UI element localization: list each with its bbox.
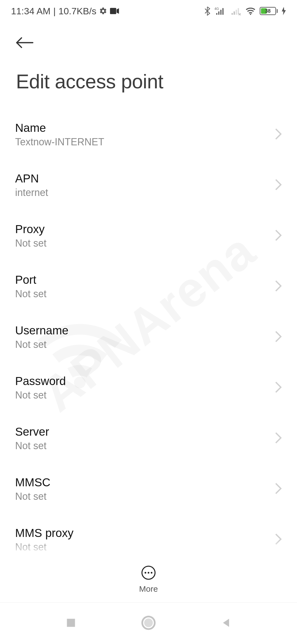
status-bar: 11:34 AM | 10.7KB/s 4G ✕ 38	[0, 0, 297, 22]
square-icon	[65, 617, 77, 629]
row-value: Not set	[15, 491, 269, 502]
page-title: Edit access point	[15, 70, 282, 93]
arrow-left-icon	[15, 36, 34, 49]
chevron-right-icon	[275, 179, 282, 192]
chevron-right-icon	[275, 331, 282, 344]
row-value: internet	[15, 187, 269, 198]
status-net-speed: 10.7KB/s	[59, 6, 97, 17]
svg-rect-7	[232, 13, 233, 15]
gear-icon	[99, 7, 107, 15]
chevron-right-icon	[275, 482, 282, 496]
apn-settings-list: Name Textnow-INTERNET APN internet Proxy…	[0, 109, 297, 565]
svg-point-15	[145, 572, 146, 573]
wifi-icon	[245, 7, 256, 15]
signal-sim2-icon: ✕	[230, 6, 241, 16]
chevron-right-icon	[275, 280, 282, 293]
row-label: Server	[15, 425, 269, 438]
chevron-right-icon	[275, 229, 282, 242]
svg-text:✕: ✕	[238, 12, 241, 16]
chevron-right-icon	[275, 381, 282, 394]
status-right: 4G ✕ 38	[204, 6, 286, 16]
nav-home-button[interactable]	[141, 615, 156, 632]
more-icon	[141, 565, 156, 582]
row-label: Name	[15, 121, 269, 135]
row-label: Password	[15, 375, 269, 388]
app-bar: Edit access point	[0, 22, 297, 93]
back-button[interactable]	[15, 32, 37, 54]
svg-rect-5	[220, 10, 222, 15]
svg-point-16	[148, 572, 149, 573]
svg-rect-1	[110, 8, 116, 14]
status-left: 11:34 AM | 10.7KB/s	[11, 6, 119, 17]
row-label: Username	[15, 324, 269, 337]
camera-icon	[110, 8, 119, 14]
row-value: Not set	[15, 389, 269, 401]
status-time: 11:34 AM	[11, 6, 51, 17]
signal-4g-icon: 4G	[215, 6, 226, 16]
circle-icon	[141, 615, 156, 631]
svg-rect-6	[222, 8, 224, 15]
row-label: Proxy	[15, 223, 269, 236]
more-label: More	[139, 584, 158, 594]
chevron-right-icon	[275, 533, 282, 546]
row-port[interactable]: Port Not set	[15, 261, 282, 312]
row-password[interactable]: Password Not set	[15, 362, 282, 413]
battery-percent: 38	[260, 8, 275, 14]
bluetooth-icon	[204, 6, 211, 16]
svg-text:4G: 4G	[215, 7, 219, 11]
row-label: MMSC	[15, 476, 269, 489]
svg-rect-4	[218, 12, 220, 15]
row-label: Port	[15, 273, 269, 286]
nav-recents-button[interactable]	[65, 617, 77, 630]
row-name[interactable]: Name Textnow-INTERNET	[15, 109, 282, 160]
svg-point-20	[144, 618, 153, 627]
row-mmsc[interactable]: MMSC Not set	[15, 464, 282, 514]
nav-back-button[interactable]	[220, 617, 232, 630]
row-value: Not set	[15, 339, 269, 350]
triangle-left-icon	[220, 617, 232, 629]
row-server[interactable]: Server Not set	[15, 413, 282, 464]
svg-point-17	[151, 572, 152, 573]
row-label: APN	[15, 172, 269, 185]
row-apn[interactable]: APN internet	[15, 160, 282, 211]
row-label: MMS proxy	[15, 526, 269, 540]
row-value: Not set	[15, 541, 269, 553]
svg-rect-9	[236, 10, 237, 15]
charging-icon	[282, 7, 286, 15]
status-separator: |	[53, 6, 56, 17]
more-button[interactable]: More	[139, 565, 158, 594]
svg-point-12	[250, 14, 251, 15]
row-value: Not set	[15, 238, 269, 249]
row-proxy[interactable]: Proxy Not set	[15, 211, 282, 261]
svg-rect-8	[234, 12, 235, 15]
svg-rect-18	[67, 619, 75, 627]
svg-rect-3	[216, 13, 218, 15]
action-bar: More	[0, 556, 297, 603]
row-value: Not set	[15, 440, 269, 452]
row-value: Textnow-INTERNET	[15, 136, 269, 148]
chevron-right-icon	[275, 432, 282, 445]
row-value: Not set	[15, 288, 269, 300]
system-nav-bar	[0, 603, 297, 644]
chevron-right-icon	[275, 128, 282, 141]
battery-indicator: 38	[260, 7, 278, 15]
row-username[interactable]: Username Not set	[15, 312, 282, 362]
